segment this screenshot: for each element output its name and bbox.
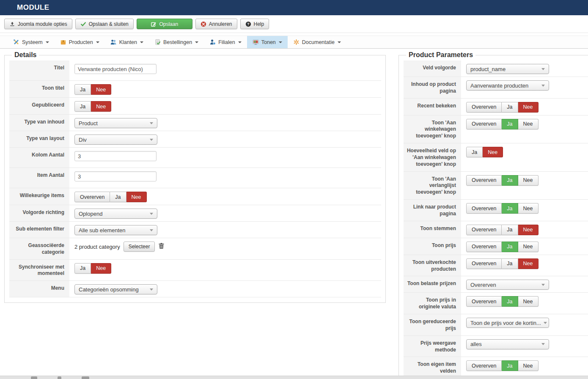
toon-aan-winkelwagen-toevoegen-knop-option-nee[interactable]: Nee [518, 119, 539, 129]
button-label: Joomla module opties [18, 21, 67, 27]
joomla-module-opties-button[interactable]: Joomla module opties [4, 19, 72, 29]
menu-item-tonen[interactable]: Tonen [247, 36, 288, 48]
toon-eigen-item-velden-option-nee[interactable]: Nee [518, 360, 539, 371]
toon-eigen-item-velden-option-ja[interactable]: Ja [502, 360, 518, 371]
type-van-inhoud-select[interactable]: Product [74, 118, 157, 128]
select-value: Categorieën opsomming [79, 286, 139, 293]
field-label: Sub elementen filter [9, 222, 69, 238]
toon-prijs-in-originele-valuta-option-nee[interactable]: Nee [518, 296, 539, 307]
toon-titel-option-ja[interactable]: Ja [74, 84, 91, 95]
menu-select[interactable]: Categorieën opsomming [74, 284, 157, 294]
docs-icon [293, 39, 299, 45]
menu-item-bestellingen[interactable]: Bestellingen [149, 36, 204, 48]
hoeveelheid-veld-op-aan-winkelwagen-toevoegen-knop-option-nee[interactable]: Nee [483, 147, 503, 157]
toon-aan-verlanglijst-toevoegen-knop-option-ja[interactable]: Ja [502, 175, 518, 186]
field-label: Menu [9, 281, 69, 297]
select-value: alles [470, 341, 482, 347]
chevron-down-icon [541, 284, 545, 286]
link-naar-product-pagina-option-overerven[interactable]: Overerven [466, 203, 502, 214]
gepubliceerd-option-nee[interactable]: Nee [91, 101, 111, 112]
menu-item-label: Documentatie [302, 39, 335, 45]
toon-gereduceerde-prijs-select[interactable]: Toon de prijs voor de kortin... [466, 318, 549, 328]
toon-stemmen-option-nee[interactable]: Nee [518, 225, 539, 235]
form-row-item-aantal: Item Aantal [9, 168, 381, 188]
volgorde-richting-select[interactable]: Oplopend [74, 209, 157, 219]
titel-input[interactable] [74, 64, 157, 74]
gepubliceerd-option-ja[interactable]: Ja [74, 101, 91, 112]
help-button[interactable]: ?Help [240, 19, 269, 29]
toon-prijs-in-originele-valuta-option-overerven[interactable]: Overerven [466, 296, 502, 307]
type-van-layout-select[interactable]: Div [74, 135, 157, 145]
menu-item-filialen[interactable]: Filialen [204, 36, 247, 48]
chevron-down-icon [279, 41, 282, 43]
toon-uitverkochte-producten-option-nee[interactable]: Nee [518, 258, 539, 269]
trash-icon[interactable] [158, 242, 165, 251]
opslaan-button[interactable]: Opslaan [137, 19, 192, 29]
toon-eigen-item-velden-option-overerven[interactable]: Overerven [466, 360, 502, 371]
toon-stemmen-option-overerven[interactable]: Overerven [466, 225, 502, 235]
details-panel: Details Titel Toon titel JaNee Gepublice… [4, 51, 386, 303]
form-row-geassoci-erde-categorie: Geassociëerde categorie 2 product catego… [9, 238, 381, 260]
form-row-toon-aan-verlanglijst-toevoegen-knop: Toon 'Aan verlanglijst toevoegen' knop O… [404, 172, 588, 200]
tools-icon [13, 39, 19, 45]
form-row-toon-aan-winkelwagen-toevoegen-knop: Toon 'Aan winkelwagen toevoegen' knop Ov… [404, 115, 588, 143]
check-icon [80, 21, 86, 27]
veld-volgorde-select[interactable]: product_name [466, 64, 549, 74]
chevron-down-icon [150, 213, 153, 215]
toon-aan-verlanglijst-toevoegen-knop-option-nee[interactable]: Nee [518, 175, 539, 186]
recent-bekeken-option-overerven[interactable]: Overerven [466, 102, 502, 113]
box-icon [60, 39, 66, 45]
toon-prijs-in-originele-valuta-option-ja[interactable]: Ja [502, 296, 518, 307]
synchroniseer-met-momenteel-option-ja[interactable]: Ja [74, 263, 91, 274]
synchroniseer-met-momenteel-toggle: JaNee [74, 263, 111, 274]
form-row-toon-titel: Toon titel JaNee [9, 81, 381, 98]
field-value: OverervenJaNee [69, 188, 381, 205]
toon-titel-option-nee[interactable]: Nee [91, 84, 111, 95]
select-value: Product [79, 120, 98, 126]
form-row-hoeveelheid-veld-op-aan-winkelwagen-toevoegen-knop: Hoeveelheid veld op 'Aan winkelwagen toe… [404, 143, 588, 171]
sub-elementen-filter-select[interactable]: Alle sub elementen [74, 225, 157, 235]
select-value: Oplopend [79, 211, 102, 217]
menu-item-systeem[interactable]: Systeem [8, 36, 55, 48]
toon-stemmen-option-ja[interactable]: Ja [502, 225, 518, 235]
toon-uitverkochte-producten-option-overerven[interactable]: Overerven [466, 258, 502, 269]
toon-aan-winkelwagen-toevoegen-knop-option-ja[interactable]: Ja [502, 119, 518, 129]
link-naar-product-pagina-option-nee[interactable]: Nee [518, 203, 539, 214]
willekeurige-items-option-ja[interactable]: Ja [110, 192, 126, 202]
opslaan-sluiten-button[interactable]: Opslaan & sluiten [75, 19, 134, 29]
recent-bekeken-option-ja[interactable]: Ja [502, 102, 518, 113]
branch-icon [209, 39, 216, 45]
toon-prijs-option-nee[interactable]: Nee [518, 242, 539, 252]
synchroniseer-met-momenteel-option-nee[interactable]: Nee [91, 263, 111, 274]
kolom-aantal-input[interactable] [74, 151, 157, 161]
willekeurige-items-option-nee[interactable]: Nee [126, 192, 147, 202]
field-value: OverervenJaNee [461, 99, 588, 115]
hoeveelheid-veld-op-aan-winkelwagen-toevoegen-knop-option-ja[interactable]: Ja [466, 147, 483, 157]
field-label: Inhoud op product pagina [404, 77, 461, 98]
menu-item-label: Klanten [119, 39, 137, 45]
field-value: OverervenJaNee [461, 238, 588, 255]
menu-item-documentatie[interactable]: Documentatie [288, 36, 346, 48]
field-label: Toon prijs [404, 238, 461, 255]
menu-item-klanten[interactable]: Klanten [105, 36, 149, 48]
field-value: Toon de prijs voor de kortin... [461, 314, 588, 335]
toon-belaste-prijzen-select[interactable]: Overerven [466, 280, 549, 290]
prijs-weergave-methode-select[interactable]: alles [466, 339, 549, 349]
recent-bekeken-option-nee[interactable]: Nee [518, 102, 539, 113]
toon-prijs-option-ja[interactable]: Ja [502, 242, 518, 252]
item-aantal-input[interactable] [74, 171, 157, 181]
toon-prijs-option-overerven[interactable]: Overerven [466, 242, 502, 252]
toon-aan-winkelwagen-toevoegen-knop-option-overerven[interactable]: Overerven [466, 119, 502, 129]
toon-aan-verlanglijst-toevoegen-knop-option-overerven[interactable]: Overerven [466, 175, 502, 186]
geassoci-erde-categorie-select-button[interactable]: Selecteer [124, 242, 155, 252]
link-naar-product-pagina-option-ja[interactable]: Ja [502, 203, 518, 214]
form-row-toon-stemmen: Toon stemmen OverervenJaNee [404, 221, 588, 238]
field-value: OverervenJaNee [461, 221, 588, 238]
inhoud-op-product-pagina-select[interactable]: Aanverwante producten [466, 80, 549, 91]
menu-item-producten[interactable]: Producten [55, 36, 105, 48]
willekeurige-items-option-overerven[interactable]: Overerven [74, 192, 110, 202]
form-row-link-naar-product-pagina: Link naar product pagina OverervenJaNee [404, 200, 588, 221]
annuleren-button[interactable]: Annuleren [195, 19, 237, 29]
toon-uitverkochte-producten-option-ja[interactable]: Ja [502, 258, 518, 269]
chevron-down-icon [195, 41, 198, 43]
